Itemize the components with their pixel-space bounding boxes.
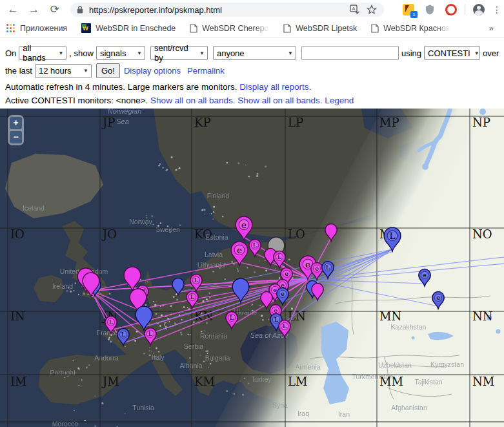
svg-text:e: e	[281, 290, 285, 297]
grid-label-KO: KO	[194, 227, 212, 241]
filter-row-2: the last 12 hours▼ Go! Display options P…	[5, 63, 504, 78]
show-all-link-2[interactable]: Show all on all bands.	[237, 96, 322, 105]
chevron-down-icon: ▼	[137, 50, 142, 56]
geo-label: Ireland	[52, 282, 73, 290]
forward-button[interactable]: →	[26, 1, 41, 18]
extension-badge: 1	[410, 11, 418, 18]
grid-label-JO: JO	[101, 227, 117, 241]
geo-label: Andorra	[94, 354, 119, 362]
extension-blocker-icon[interactable]	[445, 4, 457, 16]
svg-text:e: e	[237, 245, 242, 255]
bookmark-label: Приложения	[20, 24, 67, 33]
bookmarks-overflow-chevron[interactable]: »	[489, 23, 498, 33]
geo-label: Sweden	[156, 225, 180, 233]
svg-text:L: L	[277, 253, 282, 260]
svg-text:L: L	[194, 276, 199, 284]
display-all-reports-link[interactable]: Display all reports.	[239, 82, 311, 92]
svg-text:e: e	[274, 307, 277, 314]
bookmark-label: WebSDR Lipetsk	[296, 24, 357, 33]
svg-text:L: L	[109, 318, 114, 326]
bookmark-websdr-lipetsk[interactable]: WebSDR Lipetsk	[283, 24, 357, 33]
svg-text:L: L	[121, 331, 126, 338]
page-icon	[371, 24, 379, 33]
apps-grid-icon	[6, 24, 15, 33]
geo-label: Iraq	[297, 410, 309, 417]
grid-label-IN: IN	[10, 309, 25, 323]
filter-row-1: On all bands▼ , show signals▼ sent/rcvd …	[5, 46, 504, 60]
svg-text:e: e	[241, 220, 247, 230]
monitors-status-text: Active CONTESTI monitors: <none>.	[5, 96, 148, 105]
bookmark-apps[interactable]: Приложения	[6, 24, 67, 33]
geo-label: Latvia	[205, 251, 223, 258]
back-button[interactable]: ←	[5, 1, 21, 18]
extension-shield-icon[interactable]	[424, 4, 436, 16]
grid-label-LO: LO	[288, 227, 305, 241]
geo-label: Turkey	[251, 375, 272, 383]
geo-label: Tajikistan	[414, 378, 442, 386]
bookmark-label: WebSDR in Enschede	[96, 24, 176, 33]
svg-text:e: e	[285, 270, 288, 277]
status-line-1: Automatic refresh in 4 minutes. Large ma…	[5, 81, 504, 93]
address-bar[interactable]: https://pskreporter.info/pskmap.html A	[70, 3, 384, 17]
mode-select[interactable]: CONTESTI▼	[424, 46, 480, 60]
svg-text:A: A	[352, 6, 356, 12]
legend-link[interactable]: Legend	[325, 96, 354, 105]
chevron-down-icon: ▼	[474, 50, 479, 56]
chevron-down-icon: ▼	[58, 50, 63, 56]
geo-label: Italy	[152, 353, 165, 361]
chevron-down-icon: ▼	[288, 50, 293, 56]
toolbar-separator	[465, 5, 465, 15]
geo-label: Finland	[207, 192, 230, 200]
geo-label: Kyrgyzstan	[430, 360, 464, 368]
pskreporter-controls: On all bands▼ , show signals▼ sent/rcvd …	[0, 37, 504, 109]
display-options-link[interactable]: Display options	[124, 66, 181, 76]
svg-text:L: L	[274, 316, 279, 323]
geo-label: Kazakhstan	[391, 323, 427, 331]
who-select[interactable]: anyone▼	[213, 46, 296, 60]
grid-label-KP: KP	[194, 116, 211, 129]
callsign-input[interactable]	[301, 46, 399, 60]
svg-text:e: e	[315, 265, 319, 272]
go-button[interactable]: Go!	[96, 63, 120, 78]
period-select[interactable]: 12 hours▼	[35, 64, 92, 78]
page-icon	[190, 24, 197, 33]
geo-label: Iceland	[23, 204, 45, 212]
the-last-label: the last	[5, 66, 32, 76]
grid-label-NN: NN	[472, 309, 493, 323]
permalink-link[interactable]: Permalink	[187, 66, 225, 76]
grid-label-LP: LP	[288, 116, 303, 129]
band-select[interactable]: all bands▼	[19, 46, 66, 60]
translate-icon[interactable]: A	[349, 4, 361, 16]
geo-label: Tunisia	[132, 404, 154, 411]
on-label: On	[5, 48, 16, 58]
extension-yellow-icon[interactable]: 1	[403, 4, 414, 16]
grid-label-JM: JM	[101, 375, 119, 388]
what-select[interactable]: signals▼	[96, 46, 145, 60]
svg-text:e: e	[423, 271, 427, 278]
reload-button[interactable]: ⟳	[47, 1, 63, 18]
bookmark-websdr-enschede[interactable]: WebSDR in Enschede	[81, 23, 176, 33]
profile-avatar[interactable]	[473, 4, 485, 16]
geo-label: Syria	[272, 401, 288, 409]
svg-text:L: L	[253, 242, 257, 249]
svg-text:L: L	[390, 231, 396, 241]
bookmark-websdr-krasnoyarsk[interactable]: WebSDR Красноярск	[371, 24, 450, 33]
page-icon	[283, 24, 291, 33]
refresh-status-text: Automatic refresh in 4 minutes. Large ma…	[5, 82, 237, 92]
geo-label: Iran	[338, 410, 350, 418]
psk-map[interactable]: NorwegianSeaIcelandUnited KingdomIreland…	[0, 109, 504, 427]
map-svg[interactable]: NorwegianSeaIcelandUnited KingdomIreland…	[0, 109, 504, 427]
bookmark-label: WebSDR Cherepovets	[202, 24, 269, 33]
bookmark-websdr-cherepovets[interactable]: WebSDR Cherepovets	[190, 24, 269, 33]
zoom-in-button[interactable]: +	[10, 117, 22, 129]
lock-icon	[77, 6, 83, 14]
zoom-out-button[interactable]: −	[10, 131, 22, 143]
svg-text:L: L	[283, 322, 287, 329]
sent-rcvd-select[interactable]: sent/rcvd by▼	[150, 46, 208, 60]
geo-label: Uzbekistan	[378, 361, 412, 369]
map-zoom-control: + −	[8, 115, 24, 145]
grid-label-IO: IO	[10, 227, 25, 241]
browser-menu-button[interactable]: ⋮	[492, 5, 499, 15]
show-all-link-1[interactable]: Show all on all bands.	[150, 96, 235, 105]
bookmark-star-icon[interactable]	[366, 4, 378, 16]
